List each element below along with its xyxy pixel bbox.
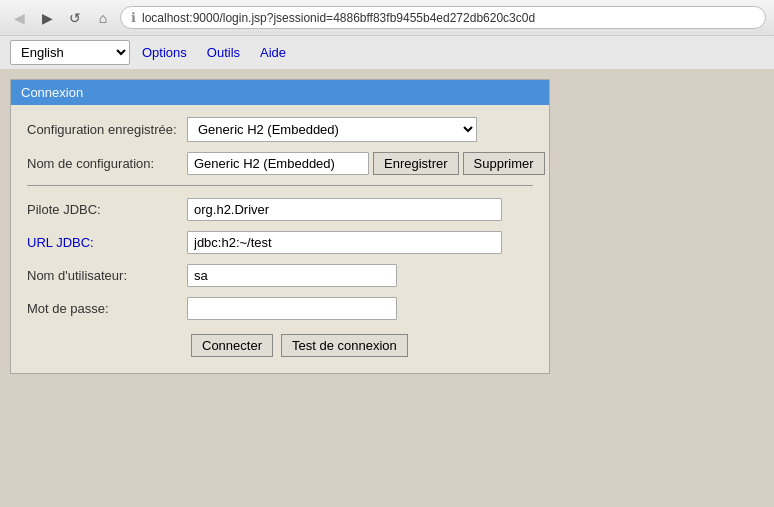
page-content: Connexion Configuration enregistrée: Gen… [0, 69, 774, 507]
menu-outils[interactable]: Outils [199, 43, 248, 62]
address-bar[interactable]: ℹ localhost:9000/login.jsp?jsessionid=48… [120, 6, 766, 29]
back-button[interactable]: ◀ [8, 7, 30, 29]
connexion-body: Configuration enregistrée: Generic H2 (E… [11, 105, 549, 373]
menu-aide[interactable]: Aide [252, 43, 294, 62]
browser-chrome: ◀ ▶ ↺ ⌂ ℹ localhost:9000/login.jsp?jsess… [0, 0, 774, 36]
config-enregistree-label: Configuration enregistrée: [27, 122, 187, 137]
url-text: localhost:9000/login.jsp?jsessionid=4886… [142, 11, 535, 25]
nom-utilisateur-input[interactable] [187, 264, 397, 287]
pilote-jdbc-input[interactable] [187, 198, 502, 221]
supprimer-button[interactable]: Supprimer [463, 152, 545, 175]
mot-de-passe-input[interactable] [187, 297, 397, 320]
nom-utilisateur-label: Nom d'utilisateur: [27, 268, 187, 283]
mot-de-passe-row: Mot de passe: [27, 297, 533, 320]
forward-button[interactable]: ▶ [36, 7, 58, 29]
url-jdbc-input[interactable] [187, 231, 502, 254]
pilote-jdbc-label: Pilote JDBC: [27, 202, 187, 217]
url-jdbc-row: URL JDBC: [27, 231, 533, 254]
nom-utilisateur-row: Nom d'utilisateur: [27, 264, 533, 287]
enregistrer-button[interactable]: Enregistrer [373, 152, 459, 175]
reload-button[interactable]: ↺ [64, 7, 86, 29]
pilote-jdbc-row: Pilote JDBC: [27, 198, 533, 221]
nom-config-label: Nom de configuration: [27, 156, 187, 171]
info-icon: ℹ [131, 10, 136, 25]
action-buttons-row: Connecter Test de connexion [27, 334, 533, 357]
mot-de-passe-label: Mot de passe: [27, 301, 187, 316]
language-select[interactable]: English Français Deutsch Español [10, 40, 130, 65]
connexion-panel: Connexion Configuration enregistrée: Gen… [10, 79, 550, 374]
url-jdbc-label[interactable]: URL JDBC: [27, 235, 187, 250]
config-enregistree-select[interactable]: Generic H2 (Embedded) Generic PostgreSQL… [187, 117, 477, 142]
home-button[interactable]: ⌂ [92, 7, 114, 29]
config-enregistree-row: Configuration enregistrée: Generic H2 (E… [27, 117, 533, 142]
nom-config-input[interactable] [187, 152, 369, 175]
menu-options[interactable]: Options [134, 43, 195, 62]
connecter-button[interactable]: Connecter [191, 334, 273, 357]
menu-bar: English Français Deutsch Español Options… [0, 36, 774, 69]
browser-toolbar: ◀ ▶ ↺ ⌂ ℹ localhost:9000/login.jsp?jsess… [0, 0, 774, 35]
divider [27, 185, 533, 186]
connexion-header: Connexion [11, 80, 549, 105]
test-connexion-button[interactable]: Test de connexion [281, 334, 408, 357]
nom-config-row: Nom de configuration: Enregistrer Suppri… [27, 152, 533, 175]
